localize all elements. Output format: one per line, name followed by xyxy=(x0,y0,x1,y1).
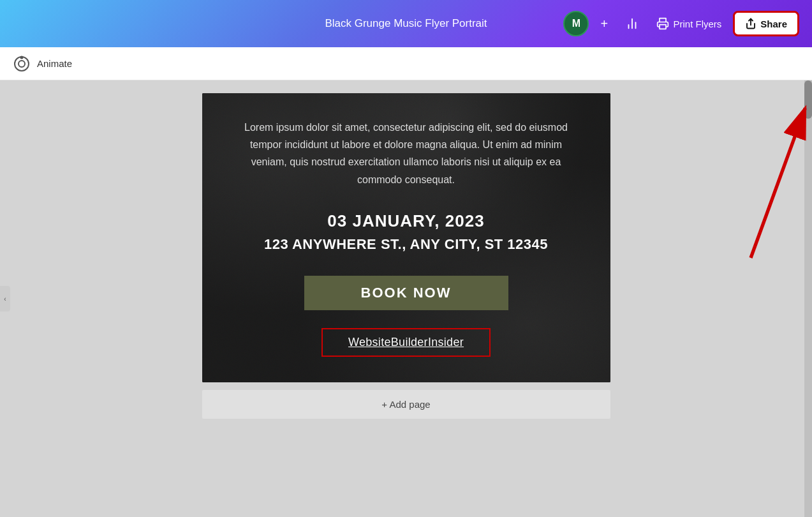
print-flyers-label: Print Flyers xyxy=(673,19,721,29)
flyer-content: Lorem ipsum dolor sit amet, consectetur … xyxy=(202,93,610,382)
website-link-box[interactable]: WebsiteBuilderInsider xyxy=(321,328,491,357)
event-date: 03 JANUARY, 2023 xyxy=(240,211,572,231)
share-label: Share xyxy=(760,19,787,29)
share-icon xyxy=(745,18,757,29)
animate-circle-icon xyxy=(13,56,30,72)
share-button[interactable]: Share xyxy=(733,11,799,36)
add-button[interactable]: + xyxy=(594,13,614,34)
print-flyers-button[interactable]: Print Flyers xyxy=(650,13,728,34)
canvas-area: ‹ Lorem ipsum dolor sit amet, consectetu… xyxy=(0,80,812,517)
chevron-left-icon: ‹ xyxy=(4,296,6,303)
document-title: Black Grunge Music Flyer Portrait xyxy=(325,17,487,30)
svg-point-7 xyxy=(20,56,24,59)
scrollbar[interactable] xyxy=(804,80,812,517)
animate-label[interactable]: Animate xyxy=(37,58,72,69)
svg-line-9 xyxy=(751,108,805,258)
bar-chart-icon xyxy=(625,17,639,31)
event-address: 123 ANYWHERE ST., ANY CITY, ST 12345 xyxy=(240,236,572,253)
svg-point-6 xyxy=(18,61,25,67)
panel-toggle[interactable]: ‹ xyxy=(0,286,10,311)
website-link[interactable]: WebsiteBuilderInsider xyxy=(348,336,464,348)
animate-toolbar: Animate xyxy=(0,47,812,80)
add-page-label: + Add page xyxy=(381,399,430,410)
lorem-text: Lorem ipsum dolor sit amet, consectetur … xyxy=(240,119,572,188)
add-page-bar[interactable]: + Add page xyxy=(202,390,610,419)
header-actions: M + Print Flyers Share xyxy=(563,11,799,36)
svg-rect-3 xyxy=(660,25,666,29)
scrollbar-thumb[interactable] xyxy=(804,80,812,119)
analytics-button[interactable] xyxy=(619,11,645,36)
print-icon xyxy=(656,17,669,30)
annotation-arrow xyxy=(608,80,812,278)
flyer-canvas: Lorem ipsum dolor sit amet, consectetur … xyxy=(202,93,610,382)
book-now-button[interactable]: BOOK NOW xyxy=(304,276,508,310)
header-bar: Black Grunge Music Flyer Portrait M + Pr… xyxy=(0,0,812,47)
user-avatar[interactable]: M xyxy=(563,11,589,36)
animate-icon xyxy=(13,55,31,73)
